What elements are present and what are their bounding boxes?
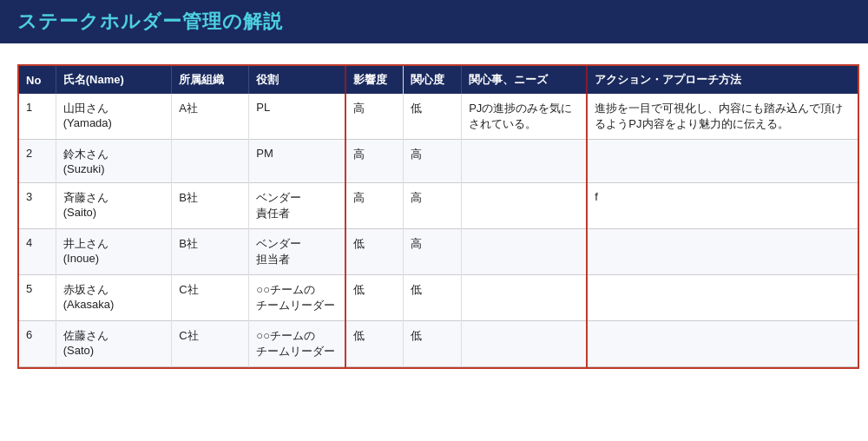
content: No 氏名(Name) 所属組織 役割 影響度 関心度 関心事、ニーズ アクショ…	[0, 43, 868, 389]
table-cell: 3	[19, 183, 56, 229]
table-cell: 高	[404, 140, 462, 183]
table-cell: 高	[404, 229, 462, 275]
table-cell: f	[587, 183, 858, 229]
table-cell	[462, 275, 588, 321]
table-cell: 佐藤さん (Sato)	[56, 321, 172, 367]
table-cell	[462, 140, 588, 183]
table-cell: A社	[172, 94, 249, 140]
table-cell: 低	[345, 275, 404, 321]
col-header-org: 所属組織	[172, 66, 249, 94]
table-cell: ベンダー 担当者	[249, 229, 345, 275]
table-cell: 山田さん (Yamada)	[56, 94, 172, 140]
table-cell: 斉藤さん (Saito)	[56, 183, 172, 229]
table-cell: B社	[172, 229, 249, 275]
col-header-influence: 影響度	[345, 66, 404, 94]
table-cell	[462, 321, 588, 367]
table-cell: 低	[404, 94, 462, 140]
table-row: 3斉藤さん (Saito)B社ベンダー 責任者高高f	[19, 183, 858, 229]
col-header-role: 役割	[249, 66, 345, 94]
table-cell: PJの進捗のみを気にされている。	[462, 94, 588, 140]
table-cell	[462, 229, 588, 275]
table-header-row: No 氏名(Name) 所属組織 役割 影響度 関心度 関心事、ニーズ アクショ…	[19, 66, 858, 94]
col-header-no: No	[19, 66, 56, 94]
table-cell	[172, 140, 249, 183]
page: ステークホルダー管理の解説 No 氏名(Name) 所属組織 役割 影響度 関心…	[0, 0, 868, 441]
table-cell: 赤坂さん (Akasaka)	[56, 275, 172, 321]
table-row: 5赤坂さん (Akasaka)C社○○チームの チームリーダー低低	[19, 275, 858, 321]
table-cell	[587, 229, 858, 275]
table-body: 1山田さん (Yamada)A社PL高低PJの進捗のみを気にされている。進捗を一…	[19, 94, 858, 367]
table-cell: PL	[249, 94, 345, 140]
table-cell: 4	[19, 229, 56, 275]
table-cell: 高	[404, 183, 462, 229]
table-cell: 1	[19, 94, 56, 140]
table-row: 2鈴木さん (Suzuki)PM高高	[19, 140, 858, 183]
table-cell: ベンダー 責任者	[249, 183, 345, 229]
col-header-needs: 関心事、ニーズ	[462, 66, 588, 94]
table-wrapper: No 氏名(Name) 所属組織 役割 影響度 関心度 関心事、ニーズ アクショ…	[17, 64, 859, 369]
header: ステークホルダー管理の解説	[0, 0, 868, 43]
table-cell: C社	[172, 275, 249, 321]
table-cell: 低	[345, 229, 404, 275]
table-cell: 高	[345, 94, 404, 140]
table-cell: ○○チームの チームリーダー	[249, 321, 345, 367]
table-row: 6佐藤さん (Sato)C社○○チームの チームリーダー低低	[19, 321, 858, 367]
table-cell: C社	[172, 321, 249, 367]
table-cell: B社	[172, 183, 249, 229]
table-cell: 2	[19, 140, 56, 183]
table-cell: 井上さん (Inoue)	[56, 229, 172, 275]
col-header-name: 氏名(Name)	[56, 66, 172, 94]
table-cell	[587, 140, 858, 183]
table-cell: 低	[404, 321, 462, 367]
table-cell: 高	[345, 140, 404, 183]
table-cell: 低	[404, 275, 462, 321]
table-cell: PM	[249, 140, 345, 183]
table-cell: ○○チームの チームリーダー	[249, 275, 345, 321]
stakeholder-table: No 氏名(Name) 所属組織 役割 影響度 関心度 関心事、ニーズ アクショ…	[19, 66, 858, 367]
page-title: ステークホルダー管理の解説	[17, 9, 283, 35]
table-cell: 5	[19, 275, 56, 321]
table-row: 1山田さん (Yamada)A社PL高低PJの進捗のみを気にされている。進捗を一…	[19, 94, 858, 140]
table-row: 4井上さん (Inoue)B社ベンダー 担当者低高	[19, 229, 858, 275]
table-cell	[587, 321, 858, 367]
table-cell: 6	[19, 321, 56, 367]
table-cell: 鈴木さん (Suzuki)	[56, 140, 172, 183]
table-cell: 進捗を一目で可視化し、内容にも踏み込んで頂けるようPJ内容をより魅力的に伝える。	[587, 94, 858, 140]
table-cell: 高	[345, 183, 404, 229]
table-cell	[462, 183, 588, 229]
col-header-action: アクション・アプローチ方法	[587, 66, 858, 94]
col-header-interest: 関心度	[404, 66, 462, 94]
table-cell	[587, 275, 858, 321]
table-cell: 低	[345, 321, 404, 367]
